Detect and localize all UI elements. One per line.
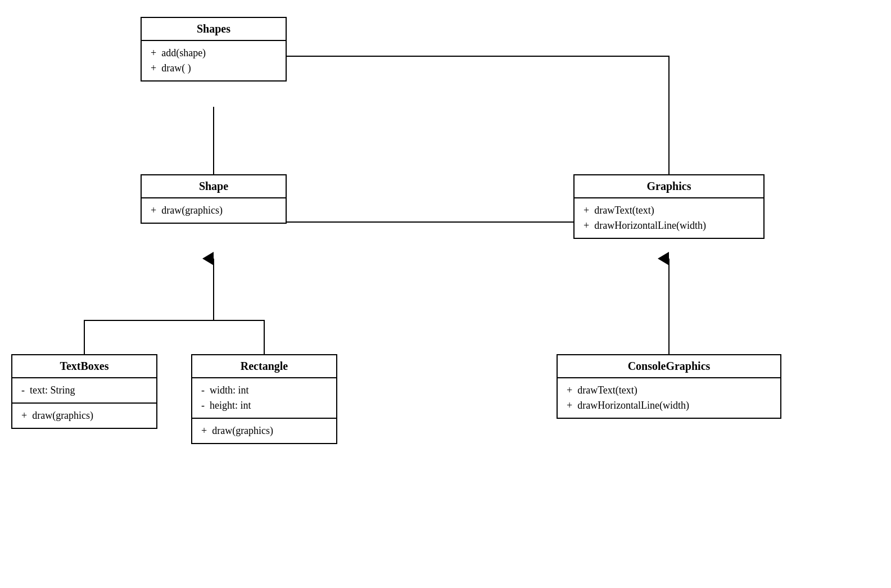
shape-class: Shape + draw(graphics) [141, 174, 287, 224]
graphics-member-2: + drawHorizontalLine(width) [584, 218, 754, 233]
shapes-member-1: + add(shape) [151, 46, 277, 61]
shape-class-members: + draw(graphics) [142, 198, 286, 223]
consolegraphics-class: ConsoleGraphics + drawText(text) + drawH… [557, 354, 781, 419]
rectangle-class: Rectangle - width: int - height: int + d… [191, 354, 337, 444]
uml-diagram: Shapes + add(shape) + draw( ) Shape + dr… [0, 0, 891, 588]
graphics-class-members: + drawText(text) + drawHorizontalLine(wi… [575, 198, 763, 238]
rectangle-member-2: - height: int [201, 398, 327, 413]
shape-class-header: Shape [142, 175, 286, 198]
textboxes-member-2: + draw(graphics) [21, 408, 147, 423]
textboxes-class: TextBoxes - text: String + draw(graphics… [11, 354, 157, 429]
graphics-class-header: Graphics [575, 175, 763, 198]
rectangle-class-attrs: - width: int - height: int [192, 378, 336, 419]
consolegraphics-class-header: ConsoleGraphics [558, 355, 780, 378]
textboxes-member-1: - text: String [21, 383, 147, 398]
rectangle-member-3: + draw(graphics) [201, 423, 327, 438]
graphics-member-1: + drawText(text) [584, 203, 754, 218]
shapes-class: Shapes + add(shape) + draw( ) [141, 17, 287, 82]
textboxes-class-methods: + draw(graphics) [12, 404, 156, 428]
textboxes-class-header: TextBoxes [12, 355, 156, 378]
shape-member-1: + draw(graphics) [151, 203, 277, 218]
textboxes-class-attrs: - text: String [12, 378, 156, 404]
shapes-class-members: + add(shape) + draw( ) [142, 41, 286, 80]
rectangle-member-1: - width: int [201, 383, 327, 398]
connectors-svg [0, 0, 891, 588]
shapes-member-2: + draw( ) [151, 61, 277, 76]
consolegraphics-class-members: + drawText(text) + drawHorizontalLine(wi… [558, 378, 780, 418]
consolegraphics-member-1: + drawText(text) [567, 383, 771, 398]
rectangle-class-methods: + draw(graphics) [192, 419, 336, 443]
consolegraphics-member-2: + drawHorizontalLine(width) [567, 398, 771, 413]
shapes-class-header: Shapes [142, 18, 286, 41]
graphics-class: Graphics + drawText(text) + drawHorizont… [573, 174, 765, 239]
rectangle-class-header: Rectangle [192, 355, 336, 378]
